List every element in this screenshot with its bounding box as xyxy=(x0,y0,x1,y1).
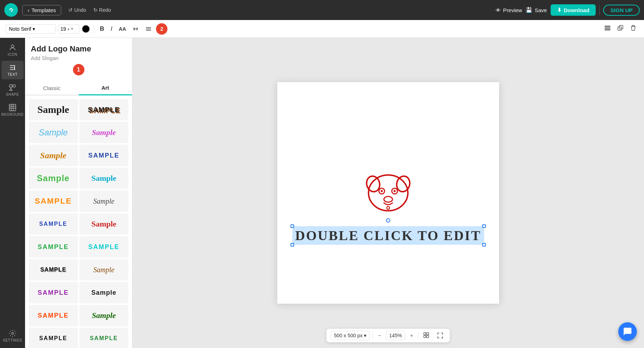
left-panel: Add Logo Name Add Slogan 1 Classic Art S… xyxy=(25,38,132,348)
sidebar-item-shape[interactable]: SHAPE xyxy=(1,81,24,99)
italic-button[interactable]: I xyxy=(108,24,114,34)
sample-item-7[interactable]: Sample xyxy=(79,168,129,189)
sample-text-9: Sample xyxy=(93,197,114,205)
tab-classic[interactable]: Classic xyxy=(25,81,79,95)
svg-rect-15 xyxy=(10,85,12,87)
logo-icon[interactable] xyxy=(4,3,18,17)
redo-icon: ↻ xyxy=(93,7,98,13)
canvas[interactable]: Double click to edit xyxy=(277,82,499,304)
svg-point-28 xyxy=(387,207,390,209)
templates-button[interactable]: ‹ Templates xyxy=(22,5,61,15)
divider-1 xyxy=(94,25,94,33)
download-button[interactable]: ⬇ Download xyxy=(551,4,596,16)
svg-point-16 xyxy=(13,85,15,87)
sample-item-8[interactable]: SAMPLE xyxy=(29,190,78,212)
sample-item-19[interactable]: Sample xyxy=(79,305,129,326)
sample-item-10[interactable]: SAMPLE xyxy=(29,213,78,235)
zoom-out-button[interactable]: − xyxy=(376,331,383,340)
sample-text-5: SAMPLE xyxy=(88,152,119,159)
sample-item-16[interactable]: SAMPLE xyxy=(29,282,78,303)
format-right-actions xyxy=(602,23,638,35)
list-button[interactable] xyxy=(143,24,154,34)
icon-sidebar: ICON TEXT SHAPE BKGROUND SETTINGS xyxy=(0,38,25,348)
color-picker[interactable] xyxy=(82,25,90,33)
svg-point-27 xyxy=(384,197,392,202)
undo-icon: ↺ xyxy=(68,7,73,13)
canvas-text-element[interactable]: Double click to edit xyxy=(292,226,484,245)
handle-bottom-right[interactable] xyxy=(482,243,486,247)
step-1-badge: 1 xyxy=(73,64,84,75)
sample-item-0[interactable]: Sample xyxy=(29,99,78,120)
svg-rect-31 xyxy=(424,335,426,338)
undo-button[interactable]: ↺ Undo xyxy=(65,6,89,14)
sample-item-14[interactable]: SAMPLE xyxy=(29,259,78,280)
handle-top-left[interactable] xyxy=(291,224,294,228)
preview-button[interactable]: 👁 Preview xyxy=(496,7,522,13)
sample-item-5[interactable]: SAMPLE xyxy=(79,145,129,166)
sample-item-3[interactable]: Sample xyxy=(79,122,129,143)
canvas-size-display[interactable]: 500 x 500 px ▾ xyxy=(331,331,370,340)
bottom-bar: 500 x 500 px ▾ − 145% + xyxy=(326,329,450,342)
fullscreen-button[interactable] xyxy=(435,331,446,340)
chat-bubble[interactable] xyxy=(618,322,637,341)
sidebar-item-settings[interactable]: SETTINGS xyxy=(1,327,24,345)
handle-top-right[interactable] xyxy=(482,224,486,228)
download-icon: ⬇ xyxy=(557,7,562,13)
sample-item-4[interactable]: Sample xyxy=(29,145,78,166)
svg-rect-18 xyxy=(9,104,16,111)
strikethrough-button[interactable] xyxy=(130,24,141,34)
svg-rect-9 xyxy=(605,28,610,29)
tab-art[interactable]: Art xyxy=(79,81,132,95)
sample-text-4: Sample xyxy=(40,151,66,160)
bold-button[interactable]: B xyxy=(98,24,106,34)
sample-item-13[interactable]: SAMPLE xyxy=(79,236,129,258)
sample-text-10: SAMPLE xyxy=(39,221,67,227)
sample-item-15[interactable]: Sample xyxy=(79,259,129,280)
sidebar-item-bkground[interactable]: BKGROUND xyxy=(1,101,24,119)
rotate-handle[interactable] xyxy=(386,218,390,223)
sample-item-1[interactable]: SAMPLE xyxy=(79,99,129,120)
sample-text-11: Sample xyxy=(91,219,116,229)
sample-item-12[interactable]: SAMPLE xyxy=(29,236,78,258)
signup-button[interactable]: SIGN UP xyxy=(603,5,640,16)
svg-rect-30 xyxy=(427,333,429,335)
duplicate-button[interactable] xyxy=(615,23,625,35)
font-family-select[interactable]: Noto Serif ▾ xyxy=(6,24,56,34)
sample-item-11[interactable]: Sample xyxy=(79,213,129,235)
sample-text-8: SAMPLE xyxy=(35,197,72,206)
sample-item-20[interactable]: SAMPLE xyxy=(29,328,78,348)
sample-text-19: Sample xyxy=(92,311,116,320)
chevron-down-icon: ▾ xyxy=(364,333,366,338)
svg-point-20 xyxy=(369,175,408,211)
panel-title: Add Logo Name xyxy=(31,44,126,54)
sample-item-9[interactable]: Sample xyxy=(79,190,129,212)
uppercase-button[interactable]: AA xyxy=(117,25,128,33)
eye-icon: 👁 xyxy=(496,7,501,13)
handle-bottom-left[interactable] xyxy=(291,243,294,247)
sidebar-item-text[interactable]: TEXT xyxy=(1,61,24,79)
font-size-input[interactable]: 19 ▲▼ xyxy=(58,24,79,34)
redo-button[interactable]: ↻ Redo xyxy=(91,6,114,14)
sample-item-18[interactable]: SAMPLE xyxy=(29,305,78,326)
zoom-in-button[interactable]: + xyxy=(408,331,415,340)
svg-rect-11 xyxy=(618,27,621,30)
sidebar-item-icon[interactable]: ICON xyxy=(1,41,24,59)
panel-slogan[interactable]: Add Slogan xyxy=(31,55,126,61)
sample-text-18: SAMPLE xyxy=(38,312,69,319)
undo-redo-group: ↺ Undo ↻ Redo xyxy=(65,6,114,14)
divider xyxy=(372,332,373,339)
delete-button[interactable] xyxy=(628,23,638,35)
save-button[interactable]: 💾 Save xyxy=(526,7,547,13)
sample-item-2[interactable]: Sample xyxy=(29,122,78,143)
sample-item-6[interactable]: Sample xyxy=(29,168,78,189)
sample-text-17: Sample xyxy=(91,289,116,297)
save-icon: 💾 xyxy=(526,7,532,13)
sample-item-17[interactable]: Sample xyxy=(79,282,129,303)
sample-item-21[interactable]: SAMPLE xyxy=(79,328,129,348)
grid-button[interactable] xyxy=(421,331,432,340)
divider xyxy=(599,5,600,15)
svg-point-0 xyxy=(8,7,14,13)
undo-label: Undo xyxy=(74,7,86,13)
layers-button[interactable] xyxy=(602,23,613,35)
main-area: ICON TEXT SHAPE BKGROUND SETTINGS xyxy=(0,38,644,348)
